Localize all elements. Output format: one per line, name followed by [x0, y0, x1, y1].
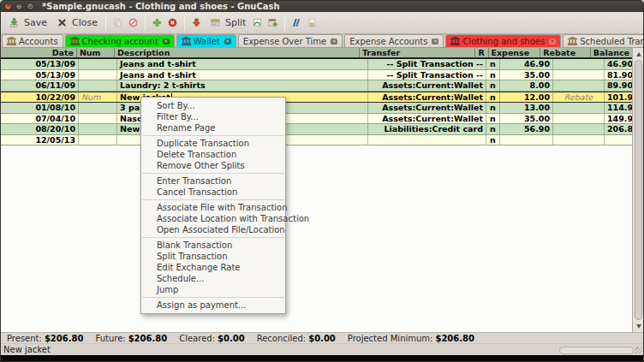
cell-date: 07/04/10 — [0, 114, 79, 124]
tab-label: Scheduled Transactions — [580, 37, 644, 46]
cell-date: 01/08/10 — [0, 103, 79, 113]
cell-balance: 114.90 — [605, 103, 632, 113]
transfer-icon[interactable] — [289, 15, 304, 30]
jump-icon[interactable] — [250, 15, 265, 30]
column-header-rebate[interactable]: Rebate — [540, 48, 591, 57]
summary-projected-minimum: Projected Minimum:$206.80 — [348, 334, 474, 343]
tab-close-icon[interactable] — [163, 39, 170, 45]
table-row[interactable]: 01/08/10 3 pairs of socks Assets:Current… — [0, 103, 632, 114]
tab-label: Checking account — [82, 37, 158, 46]
cell-num — [79, 114, 117, 124]
cell-transfer: Liabilities:Credit card — [368, 124, 486, 134]
tab-label: Wallet — [194, 37, 220, 46]
blank-transaction-icon[interactable] — [189, 15, 204, 30]
summary-future: Future:$206.80 — [95, 334, 167, 343]
column-header-expense[interactable]: Expense — [489, 48, 541, 57]
table-row[interactable]: 08/20/10 New shoes Liabilities:Credit ca… — [0, 124, 632, 135]
window-minimize-icon[interactable] — [15, 3, 23, 10]
menu-item-schedule[interactable]: Schedule... — [141, 273, 285, 284]
scroll-up-icon[interactable] — [633, 49, 644, 59]
table-row[interactable]: 05/13/09 Jeans and t-shirt -- Split Tran… — [0, 70, 632, 81]
menu-item-delete-transaction[interactable]: Delete Transaction — [141, 149, 285, 160]
bank-icon — [70, 37, 80, 45]
copy-icon[interactable] — [110, 15, 125, 30]
scrollbar-thumb[interactable] — [635, 60, 642, 320]
cell-expense: 56.90 — [500, 124, 553, 134]
progress-bar — [559, 347, 634, 354]
tab-checking-account[interactable]: Checking account — [65, 34, 175, 47]
cell-description: Laundry: 2 t-shirts — [117, 80, 368, 91]
window-close-icon[interactable] — [4, 3, 12, 10]
tab-accounts[interactable]: Accounts — [2, 34, 63, 47]
vertical-scrollbar[interactable] — [632, 48, 644, 332]
menu-item-filter-by[interactable]: Filter By... — [141, 111, 285, 122]
split-icon — [208, 15, 223, 30]
column-header-transfer[interactable]: Transfer — [360, 48, 475, 57]
summary-value: $0.00 — [218, 334, 245, 343]
menu-item-edit-exchange-rate[interactable]: Edit Exchange Rate — [141, 262, 285, 273]
transaction-register: Date Num Description Transfer R Expense … — [0, 48, 632, 145]
tab-expense-over-time[interactable]: Expense Over Time — [238, 34, 343, 47]
menu-item-cancel-transaction[interactable]: Cancel Transaction — [141, 187, 285, 198]
add-transaction-icon[interactable] — [150, 15, 164, 30]
toolbar-separator — [105, 15, 106, 31]
menu-item-enter-transaction[interactable]: Enter Transaction — [141, 175, 285, 187]
table-row-selected[interactable]: 10/22/09 Num New jacket Assets:Current:W… — [0, 92, 632, 104]
cell-num-placeholder[interactable]: Num — [79, 92, 117, 103]
table-row[interactable]: 06/11/09 Laundry: 2 t-shirts Assets:Curr… — [0, 80, 632, 92]
cell-num — [79, 70, 117, 80]
column-header-reconcile[interactable]: R — [475, 48, 489, 57]
menu-item-duplicate-transaction[interactable]: Duplicate Transaction — [141, 138, 285, 149]
menu-item-split-transaction[interactable]: Split Transaction — [141, 251, 285, 262]
save-label: Save — [24, 17, 47, 28]
column-header-date[interactable]: Date — [0, 48, 77, 57]
menu-item-blank-transaction[interactable]: Blank Transaction — [141, 240, 285, 251]
menu-item-assign-as-payment[interactable]: Assign as payment... — [141, 300, 285, 311]
cell-num — [79, 103, 117, 113]
close-icon — [55, 15, 69, 30]
assign-payment-icon[interactable] — [305, 15, 319, 30]
tab-close-icon[interactable] — [432, 39, 438, 45]
tab-expense-accounts[interactable]: Expense Accounts — [344, 34, 444, 47]
resize-grip[interactable] — [635, 347, 642, 353]
tab-clothing-and-shoes[interactable]: Clothing and shoes — [445, 34, 561, 47]
summary-value: $206.80 — [435, 334, 474, 343]
cancel-icon[interactable] — [126, 15, 140, 30]
table-row-blank[interactable]: 12/05/13 n — [0, 135, 632, 146]
tab-close-icon[interactable] — [331, 39, 337, 45]
menu-item-remove-other-splits[interactable]: Remove Other Splits — [141, 160, 285, 171]
tab-label: Expense Over Time — [243, 37, 326, 46]
save-button[interactable]: Save — [3, 14, 51, 32]
menu-item-jump[interactable]: Jump — [141, 284, 285, 295]
summary-label: Reconciled: — [257, 334, 307, 343]
tab-wallet[interactable]: Wallet — [176, 34, 236, 47]
tab-close-icon[interactable] — [549, 39, 556, 45]
scroll-down-icon[interactable] — [633, 321, 644, 331]
table-row[interactable]: 05/13/09 Jeans and t-shirt -- Split Tran… — [0, 59, 632, 70]
cell-transfer — [368, 135, 486, 145]
summary-value: $206.80 — [45, 334, 84, 343]
delete-transaction-icon[interactable] — [165, 15, 180, 30]
cell-expense: 13.00 — [500, 103, 553, 113]
cell-rebate — [553, 70, 605, 80]
close-button[interactable]: Close — [51, 14, 101, 32]
menu-item-sort-by[interactable]: Sort By... — [141, 100, 285, 111]
cell-balance: 81.90 — [605, 70, 632, 80]
window-maximize-icon[interactable] — [27, 3, 34, 10]
menu-item-associate-location[interactable]: Associate Location with Transaction — [141, 213, 285, 224]
schedule-icon[interactable] — [265, 15, 280, 30]
toolbar-separator — [184, 15, 185, 31]
menu-item-open-associated[interactable]: Open Associated File/Location — [141, 224, 285, 235]
table-row[interactable]: 07/04/10 Nascar hat Assets:Current:Walle… — [0, 114, 632, 125]
menu-item-rename-page[interactable]: Rename Page — [141, 122, 285, 134]
column-header-description[interactable]: Description — [115, 48, 360, 57]
column-header-num[interactable]: Num — [77, 48, 115, 57]
column-header-balance[interactable]: Balance — [591, 48, 632, 57]
split-button[interactable]: Split — [205, 14, 249, 32]
tab-scheduled-transactions[interactable]: Scheduled Transactions — [563, 34, 644, 47]
tab-close-icon[interactable] — [224, 39, 231, 45]
cell-expense: 35.00 — [500, 70, 553, 80]
cell-num — [79, 59, 117, 69]
menu-item-associate-file[interactable]: Associate File with Transaction — [141, 202, 285, 213]
cell-rebate-placeholder[interactable]: Rebate — [553, 92, 605, 103]
